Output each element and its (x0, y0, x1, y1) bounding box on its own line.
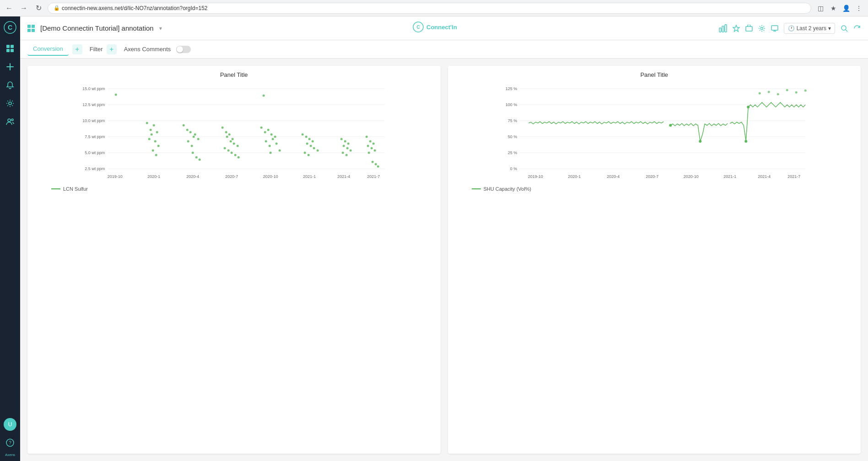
add-tab-button[interactable]: + (72, 44, 82, 54)
svg-point-106 (317, 150, 319, 152)
svg-point-92 (265, 140, 267, 143)
svg-text:2020-1: 2020-1 (147, 174, 160, 179)
svg-point-113 (346, 147, 349, 150)
app-logo: C (3, 20, 17, 35)
svg-point-9 (8, 119, 11, 122)
sidebar-bell-icon[interactable] (2, 77, 18, 93)
svg-point-126 (377, 166, 379, 168)
svg-point-114 (350, 150, 352, 152)
chart2-container: 125 % 100 % 75 % 50 % 25 % 0 % (453, 82, 856, 182)
svg-point-64 (186, 129, 189, 131)
svg-point-59 (154, 140, 156, 143)
chart2-svg: 125 % 100 % 75 % 50 % 25 % 0 % (453, 82, 856, 182)
svg-rect-4 (6, 49, 10, 52)
svg-point-119 (372, 143, 375, 145)
svg-point-152 (767, 91, 770, 93)
svg-text:2021-1: 2021-1 (303, 174, 316, 179)
sidebar-gear-icon[interactable] (2, 95, 18, 112)
svg-text:2020-10: 2020-10 (263, 174, 278, 179)
sidebar-grid-icon[interactable] (2, 40, 18, 57)
svg-point-62 (155, 154, 157, 156)
chart2-title: Panel Title (453, 71, 856, 78)
svg-text:100 %: 100 % (505, 102, 517, 107)
user-avatar[interactable]: U (4, 418, 16, 431)
svg-point-123 (368, 152, 370, 154)
charts-area: Panel Title 15.0 wt ppm 12.5 wt ppm 10.0… (20, 59, 868, 461)
sidebar-help-icon[interactable]: ? (2, 434, 18, 451)
chart1-title: Panel Title (33, 71, 435, 78)
back-button[interactable]: ← (4, 3, 15, 14)
chart1-svg: 15.0 wt ppm 12.5 wt ppm 10.0 wt ppm 7.5 … (33, 82, 435, 182)
svg-point-76 (228, 134, 231, 136)
account-button[interactable]: 👤 (841, 3, 852, 14)
address-bar[interactable]: 🔒 connectin-new.axens.net/d/lic-NO7nz/an… (48, 3, 811, 14)
svg-point-147 (669, 124, 672, 127)
bookmark-button[interactable]: ★ (828, 3, 839, 14)
extensions-button[interactable]: ◫ (815, 3, 826, 14)
svg-point-61 (152, 150, 154, 152)
svg-text:2020-1: 2020-1 (568, 174, 581, 179)
sidebar-users-icon[interactable] (2, 113, 18, 130)
time-range-selector[interactable]: 🕐 Last 2 years ▾ (784, 23, 835, 34)
svg-point-70 (197, 138, 199, 140)
add-filter-button[interactable]: + (107, 44, 117, 54)
conversion-tab[interactable]: Conversion (27, 43, 69, 56)
reload-button[interactable]: ↻ (33, 3, 44, 14)
star-button[interactable] (733, 25, 740, 32)
svg-point-124 (372, 161, 374, 163)
connect-in-logo: C Connect'In (413, 21, 468, 35)
grid-icon (27, 25, 35, 32)
more-button[interactable]: ⋮ (853, 3, 864, 14)
svg-point-72 (195, 156, 198, 159)
svg-point-88 (264, 131, 266, 134)
svg-point-85 (234, 154, 237, 156)
chart-add-button[interactable] (719, 24, 727, 32)
svg-point-55 (153, 124, 155, 127)
svg-point-104 (310, 145, 312, 147)
svg-rect-5 (11, 49, 14, 52)
svg-point-69 (194, 134, 196, 136)
svg-text:Connect'In: Connect'In (426, 24, 457, 31)
settings-button[interactable] (758, 25, 766, 32)
svg-point-118 (369, 140, 372, 143)
svg-point-116 (345, 154, 348, 156)
svg-text:75 %: 75 % (507, 118, 517, 123)
monitor-button[interactable] (771, 25, 778, 32)
svg-line-31 (846, 30, 847, 32)
chart1-legend-line (51, 188, 60, 189)
svg-text:5.0 wt ppm: 5.0 wt ppm (85, 150, 105, 155)
svg-text:2021-7: 2021-7 (367, 174, 380, 179)
time-range-icon: 🕐 (788, 25, 795, 32)
filter-label: Filter (90, 46, 103, 53)
svg-point-86 (237, 156, 240, 159)
chart2-legend-label: SHU Capacity (Vol%) (484, 186, 532, 192)
chart2-legend: SHU Capacity (Vol%) (453, 186, 856, 192)
chart1-container: 15.0 wt ppm 12.5 wt ppm 10.0 wt ppm 7.5 … (33, 82, 435, 182)
svg-point-115 (342, 152, 344, 154)
svg-point-87 (260, 127, 263, 129)
share-button[interactable] (745, 25, 753, 32)
svg-point-57 (151, 134, 153, 136)
svg-point-63 (183, 124, 185, 127)
svg-point-30 (841, 26, 846, 30)
svg-text:2020-10: 2020-10 (683, 174, 698, 179)
chart-panel-2: Panel Title 125 % 100 % 75 % 50 % 25 % 0… (448, 66, 861, 454)
svg-marker-24 (733, 25, 739, 32)
axens-comments-toggle[interactable] (176, 46, 191, 53)
sidebar-plus-icon[interactable] (2, 59, 18, 75)
svg-point-78 (226, 136, 228, 138)
svg-point-101 (308, 138, 311, 140)
svg-point-90 (270, 134, 273, 136)
svg-point-105 (313, 147, 315, 150)
title-dropdown-arrow[interactable]: ▾ (159, 25, 162, 32)
svg-point-96 (279, 150, 281, 152)
svg-point-58 (148, 138, 151, 140)
search-button[interactable] (841, 25, 848, 32)
refresh-button[interactable] (853, 25, 861, 32)
svg-point-82 (224, 147, 226, 150)
svg-text:2021-4: 2021-4 (758, 174, 771, 179)
svg-rect-14 (32, 25, 35, 28)
svg-point-89 (267, 129, 270, 131)
svg-point-120 (367, 145, 369, 147)
forward-button[interactable]: → (18, 3, 29, 14)
